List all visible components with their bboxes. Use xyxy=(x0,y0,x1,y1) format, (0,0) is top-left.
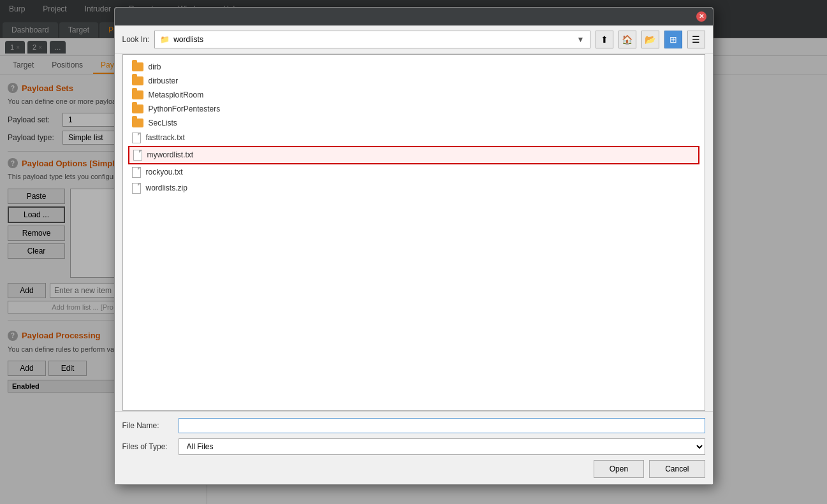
file-fasttrack[interactable]: fasttrack.txt xyxy=(128,130,699,146)
file-list-area: dirb dirbuster MetasploitRoom PythonForP… xyxy=(122,54,705,411)
file-rockyou[interactable]: rockyou.txt xyxy=(128,164,699,180)
dialog-toolbar: Look In: 📁 wordlists ▼ ⬆ 🏠 📂 ⊞ ☰ xyxy=(115,25,713,54)
folder-label-dirb: dirb xyxy=(149,62,161,71)
file-icon-mywordlist xyxy=(133,150,142,161)
files-of-type-label: Files of Type: xyxy=(122,442,173,451)
file-dialog-overlay: ✕ Look In: 📁 wordlists ▼ ⬆ 🏠 📂 ⊞ ☰ dirb xyxy=(0,0,827,504)
dialog-close-button[interactable]: ✕ xyxy=(696,11,706,22)
toolbar-btn-list[interactable]: ☰ xyxy=(687,31,705,48)
toolbar-btn-up[interactable]: ⬆ xyxy=(596,31,613,48)
file-label-wordlists-zip: wordlists.zip xyxy=(146,184,187,192)
look-in-dropdown-icon: ▼ xyxy=(577,35,585,44)
dialog-title-bar: ✕ xyxy=(115,8,713,25)
look-in-value: wordlists xyxy=(173,35,203,44)
file-name-label: File Name: xyxy=(122,421,173,430)
look-in-select[interactable]: 📁 wordlists ▼ xyxy=(154,31,590,48)
folder-icon-metasploitroom xyxy=(132,90,143,99)
folder-icon-seclists xyxy=(132,119,143,127)
open-button[interactable]: Open xyxy=(594,460,644,478)
look-in-label: Look In: xyxy=(122,35,150,44)
file-icon-wordlists-zip xyxy=(132,183,141,194)
cancel-button[interactable]: Cancel xyxy=(649,460,705,478)
file-label-mywordlist: mywordlist.txt xyxy=(147,150,194,159)
file-label-rockyou: rockyou.txt xyxy=(146,168,183,176)
folder-dirbuster[interactable]: dirbuster xyxy=(128,74,699,88)
file-name-row: File Name: xyxy=(122,418,705,433)
look-in-folder-icon: 📁 xyxy=(160,35,170,44)
files-of-type-row: Files of Type: All Files xyxy=(122,438,705,455)
folder-seclists[interactable]: SecLists xyxy=(128,116,699,130)
folder-label-pythonforpentesters: PythonForPentesters xyxy=(149,104,221,113)
folder-label-dirbuster: dirbuster xyxy=(149,76,179,85)
file-label-fasttrack: fasttrack.txt xyxy=(146,133,185,142)
file-icon-rockyou xyxy=(132,167,141,178)
folder-icon-dirbuster xyxy=(132,76,143,85)
folder-metasploitroom[interactable]: MetasploitRoom xyxy=(128,88,699,102)
folder-icon-pythonforpentesters xyxy=(132,104,143,113)
folder-dirb[interactable]: dirb xyxy=(128,60,699,74)
toolbar-btn-new-folder[interactable]: 📂 xyxy=(641,31,659,48)
file-mywordlist[interactable]: mywordlist.txt xyxy=(128,146,699,164)
file-name-input[interactable] xyxy=(179,418,705,433)
folder-label-metasploitroom: MetasploitRoom xyxy=(149,90,204,99)
file-dialog: ✕ Look In: 📁 wordlists ▼ ⬆ 🏠 📂 ⊞ ☰ dirb xyxy=(114,7,714,485)
folder-label-seclists: SecLists xyxy=(149,119,177,127)
dialog-bottom: File Name: Files of Type: All Files Open… xyxy=(115,411,713,484)
toolbar-btn-home[interactable]: 🏠 xyxy=(618,31,636,48)
file-wordlists-zip[interactable]: wordlists.zip xyxy=(128,180,699,196)
files-of-type-select[interactable]: All Files xyxy=(179,438,705,455)
folder-icon-dirb xyxy=(132,62,143,71)
dialog-action-buttons: Open Cancel xyxy=(122,460,705,478)
toolbar-btn-grid[interactable]: ⊞ xyxy=(664,31,682,48)
folder-pythonforpentesters[interactable]: PythonForPentesters xyxy=(128,102,699,116)
file-icon-fasttrack xyxy=(132,133,141,143)
